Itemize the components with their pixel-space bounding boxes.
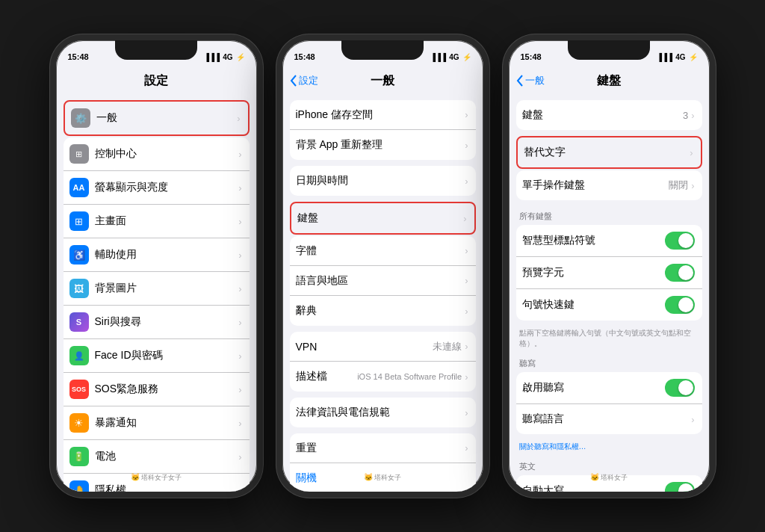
signal-bars-2: ▐▐▐ bbox=[430, 53, 446, 61]
network-type-2: 4G bbox=[449, 53, 459, 61]
settings-list-1[interactable]: ⚙️ 一般 › ⊞ 控制中心 › AA 螢幕顯示與亮度 › ⊞ bbox=[56, 96, 257, 492]
icon-wallpaper: 🖼 bbox=[69, 279, 89, 298]
icon-control-center: ⊞ bbox=[69, 144, 89, 164]
notch-2 bbox=[341, 40, 424, 60]
card-general-top: iPhone 儲存空間 › 背景 App 重新整理 › bbox=[290, 100, 476, 160]
dictation-link[interactable]: 關於聽寫和隱私權… bbox=[509, 440, 710, 457]
label-exposure: 暴露通知 bbox=[95, 416, 239, 430]
toggle-enable-dictation[interactable] bbox=[665, 379, 695, 397]
card-legal: 法律資訊與電信規範 › bbox=[290, 398, 476, 427]
toggle-char-preview[interactable] bbox=[665, 264, 695, 282]
card-keyboard-top: 鍵盤 3 › bbox=[516, 100, 702, 130]
list-item-dictionary[interactable]: 辭典 › bbox=[290, 296, 476, 326]
list-item-accessibility[interactable]: ♿ 輔助使用 › bbox=[64, 238, 250, 272]
notch-3 bbox=[568, 40, 650, 60]
toggle-auto-cap[interactable] bbox=[665, 482, 695, 492]
highlight-row-text-replacement: 替代文字 › bbox=[516, 136, 702, 169]
list-item-smart-punct[interactable]: 智慧型標點符號 bbox=[516, 225, 702, 257]
list-item-legal[interactable]: 法律資訊與電信規範 › bbox=[290, 398, 476, 427]
list-item-keyboards-count[interactable]: 鍵盤 3 › bbox=[516, 100, 702, 130]
list-item-char-preview[interactable]: 預覽字元 bbox=[516, 257, 702, 289]
list-item-homescreen[interactable]: ⊞ 主畫面 › bbox=[64, 205, 250, 238]
list-item-datetime[interactable]: 日期與時間 › bbox=[290, 166, 476, 196]
toggle-smart-punct[interactable] bbox=[665, 232, 695, 250]
phone-2: 15:48 ▐▐▐ 4G ⚡ 設定 一般 iPhone 儲存空間 › bbox=[276, 34, 489, 498]
card-lang: 字體 › 語言與地區 › 辭典 › bbox=[290, 236, 476, 326]
list-item-dictation-lang[interactable]: 聽寫語言 › bbox=[516, 404, 702, 434]
list-item-exposure[interactable]: ☀ 暴露通知 › bbox=[64, 406, 250, 440]
watermark-3: 🐱 塔科女子 bbox=[590, 473, 628, 483]
card-vpn: VPN 未連線 › 描述檔 iOS 14 Beta Software Profi… bbox=[290, 332, 476, 392]
nav-bar-2: 設定 一般 bbox=[282, 67, 483, 96]
icon-exposure: ☀ bbox=[69, 413, 89, 433]
label-siri: Siri與搜尋 bbox=[95, 315, 239, 329]
battery-icon-1: ⚡ bbox=[236, 53, 245, 61]
nav-bar-3: 一般 鍵盤 bbox=[509, 67, 710, 96]
battery-icon-2: ⚡ bbox=[462, 53, 471, 61]
toggle-period-shortcut[interactable] bbox=[665, 296, 695, 314]
list-item-sos[interactable]: SOS SOS緊急服務 › bbox=[64, 373, 250, 406]
list-item-profile[interactable]: 描述檔 iOS 14 Beta Software Profile › bbox=[290, 362, 476, 392]
list-item-vpn[interactable]: VPN 未連線 › bbox=[290, 332, 476, 362]
signal-bars-3: ▐▐▐ bbox=[657, 53, 672, 61]
card-dictation: 啟用聽寫 聽寫語言 › bbox=[516, 372, 702, 434]
label-privacy: 隱私權 bbox=[95, 483, 239, 492]
highlight-row-keyboard: 鍵盤 › bbox=[290, 202, 476, 235]
watermark-2: 🐱 塔科女子 bbox=[364, 473, 402, 483]
notch-1 bbox=[115, 40, 197, 60]
icon-homescreen: ⊞ bbox=[69, 211, 89, 231]
settings-list-3[interactable]: 鍵盤 3 › 替代文字 › 單手操作鍵盤 關閉 › 所有鍵盤 bbox=[509, 96, 710, 492]
list-item-general[interactable]: ⚙️ 一般 › bbox=[65, 102, 248, 134]
list-item-enable-dictation[interactable]: 啟用聽寫 bbox=[516, 372, 702, 404]
label-control-center: 控制中心 bbox=[95, 147, 239, 161]
phone-3: 15:48 ▐▐▐ 4G ⚡ 一般 鍵盤 鍵盤 3 › bbox=[503, 34, 716, 498]
settings-list-2[interactable]: iPhone 儲存空間 › 背景 App 重新整理 › 日期與時間 › 鍵盤 bbox=[282, 96, 483, 492]
signal-bars-1: ▐▐▐ bbox=[204, 53, 220, 61]
section-all-keyboards: 所有鍵盤 bbox=[509, 206, 710, 225]
list-item-wallpaper[interactable]: 🖼 背景圖片 › bbox=[64, 272, 250, 306]
list-item-storage[interactable]: iPhone 儲存空間 › bbox=[290, 100, 476, 130]
nav-title-1: 設定 bbox=[144, 73, 168, 89]
phone-1: 15:48 ▐▐▐ 4G ⚡ 設定 ⚙️ 一般 › ⊞ bbox=[50, 34, 263, 498]
list-item-onehand[interactable]: 單手操作鍵盤 關閉 › bbox=[516, 170, 702, 200]
list-item-text-replacement[interactable]: 替代文字 › bbox=[518, 137, 701, 167]
nav-back-2[interactable]: 設定 bbox=[290, 74, 318, 87]
list-item-period-shortcut[interactable]: 句號快速鍵 bbox=[516, 289, 702, 321]
list-item-language[interactable]: 語言與地區 › bbox=[290, 266, 476, 296]
list-item-faceid[interactable]: 👤 Face ID與密碼 › bbox=[64, 339, 250, 373]
list-item-keyboard-highlighted[interactable]: 鍵盤 › bbox=[291, 203, 474, 233]
icon-faceid: 👤 bbox=[69, 346, 89, 365]
signal-area-2: ▐▐▐ 4G ⚡ bbox=[430, 53, 471, 61]
icon-display: AA bbox=[69, 178, 89, 197]
list-item-display[interactable]: AA 螢幕顯示與亮度 › bbox=[64, 171, 250, 205]
icon-battery: 🔋 bbox=[69, 447, 89, 466]
list-item-siri[interactable]: S Siri與搜尋 › bbox=[64, 306, 250, 339]
time-3: 15:48 bbox=[521, 52, 542, 61]
watermark-1: 🐱 塔科女子女子 bbox=[131, 473, 182, 483]
network-type-1: 4G bbox=[223, 53, 232, 61]
nav-title-3: 鍵盤 bbox=[597, 73, 621, 89]
card-onehand: 單手操作鍵盤 關閉 › bbox=[516, 170, 702, 200]
list-item-control-center[interactable]: ⊞ 控制中心 › bbox=[64, 137, 250, 171]
nav-bar-1: 設定 bbox=[56, 67, 257, 96]
time-2: 15:48 bbox=[294, 52, 315, 61]
highlight-row-general: ⚙️ 一般 › bbox=[64, 100, 250, 136]
icon-sos: SOS bbox=[69, 380, 89, 399]
icon-privacy: 🤚 bbox=[69, 480, 89, 492]
icon-general: ⚙️ bbox=[71, 108, 90, 128]
battery-icon-3: ⚡ bbox=[689, 53, 698, 61]
section-dictation: 聽寫 bbox=[509, 353, 710, 372]
icon-accessibility: ♿ bbox=[69, 245, 89, 265]
nav-back-3[interactable]: 一般 bbox=[516, 74, 545, 87]
card-datetime: 日期與時間 › bbox=[290, 166, 476, 196]
list-item-font[interactable]: 字體 › bbox=[290, 236, 476, 266]
signal-area-3: ▐▐▐ 4G ⚡ bbox=[657, 53, 698, 61]
list-item-reset[interactable]: 重置 › bbox=[290, 433, 476, 463]
label-wallpaper: 背景圖片 bbox=[95, 282, 239, 295]
time-1: 15:48 bbox=[68, 52, 89, 61]
icon-siri: S bbox=[69, 312, 89, 332]
list-item-battery[interactable]: 🔋 電池 › bbox=[64, 440, 250, 474]
signal-area-1: ▐▐▐ 4G ⚡ bbox=[204, 53, 245, 61]
nav-title-2: 一般 bbox=[371, 73, 394, 89]
list-item-bgrefresh[interactable]: 背景 App 重新整理 › bbox=[290, 130, 476, 160]
